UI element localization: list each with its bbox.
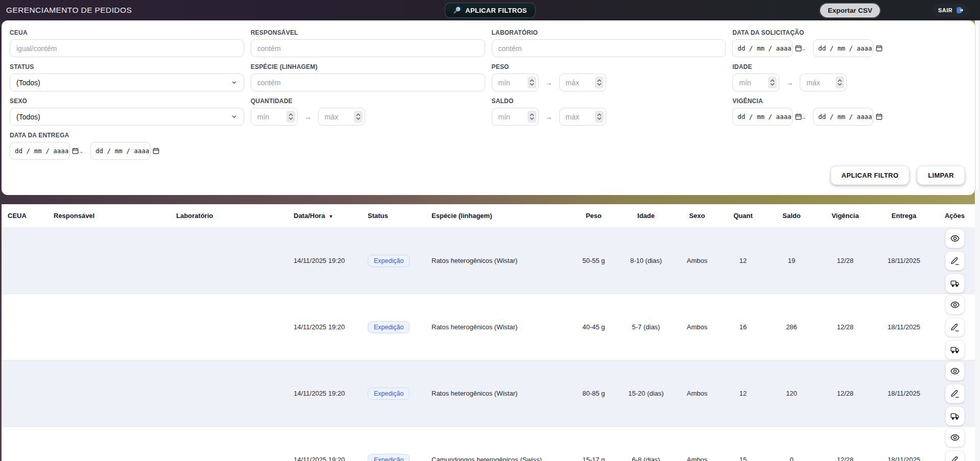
col-responsavel[interactable]: Responsável [54, 212, 176, 220]
cell-entrega: 18/11/2025 [873, 323, 935, 331]
table-row: 14/11/2025 19:20 Expedição Ratos heterog… [2, 294, 975, 360]
responsavel-input[interactable] [251, 39, 485, 57]
chevron-down-icon [231, 79, 237, 86]
col-quant[interactable]: Quant [720, 212, 766, 220]
data-entrega-from-input[interactable]: dd / mm / aaaa [10, 142, 70, 160]
cell-entrega: 18/11/2025 [873, 456, 935, 461]
date-placeholder: dd / mm / aaaa [15, 147, 68, 155]
number-spinner[interactable] [354, 111, 363, 123]
col-saldo[interactable]: Saldo [766, 212, 817, 220]
cell-entrega: 18/11/2025 [873, 257, 935, 264]
ship-order-button[interactable] [945, 340, 965, 359]
eye-icon [950, 432, 960, 443]
col-especie[interactable]: Espécie (linhagem) [432, 212, 569, 220]
pencil-icon [950, 322, 960, 332]
data-entrega-to-input[interactable]: dd / mm / aaaa [90, 142, 151, 160]
filter-laboratorio: LABORATÓRIO [492, 29, 726, 57]
calendar-icon[interactable] [152, 147, 160, 155]
table-body: 14/11/2025 19:20 Expedição Ratos heterog… [2, 228, 975, 461]
ship-order-button[interactable] [945, 274, 965, 293]
col-ceua[interactable]: CEUA [8, 212, 54, 220]
cell-status: Expedição [368, 321, 432, 333]
col-peso[interactable]: Peso [569, 212, 618, 220]
col-idade[interactable]: Idade [618, 212, 674, 220]
number-spinner[interactable] [286, 111, 295, 123]
range-arrow: → [545, 79, 553, 87]
calendar-icon[interactable] [875, 113, 883, 120]
eye-icon [950, 233, 960, 244]
edit-order-button[interactable] [945, 318, 965, 337]
col-sexo[interactable]: Sexo [674, 212, 720, 220]
pencil-icon [950, 389, 960, 399]
view-order-button[interactable] [945, 428, 965, 447]
laboratorio-input[interactable] [492, 39, 726, 57]
edit-order-button[interactable] [945, 384, 965, 403]
filter-quantidade: QUANTIDADE → [251, 98, 485, 126]
scrollbar-thumb[interactable] [975, 23, 979, 192]
data-solicitacao-from-input[interactable]: dd / mm / aaaa [732, 39, 793, 57]
cell-datahora: 14/11/2025 19:20 [294, 456, 368, 461]
col-datahora[interactable]: Data/Hora▼ [294, 212, 368, 220]
page-title: GERENCIAMENTO DE PEDIDOS [6, 6, 132, 15]
export-csv-button[interactable]: Exportar CSV [820, 4, 880, 17]
number-spinner[interactable] [835, 77, 844, 88]
cell-datahora: 14/11/2025 19:20 [294, 257, 368, 264]
ceua-label: CEUA [10, 29, 244, 36]
laboratorio-label: LABORATÓRIO [492, 29, 726, 36]
number-spinner[interactable] [528, 77, 536, 88]
range-arrow: → [77, 147, 84, 155]
orders-table: CEUA Responsável Laboratório Data/Hora▼ … [2, 204, 975, 461]
magnifier-icon [453, 6, 461, 14]
table-row: 14/11/2025 19:20 Expedição Camundongos h… [2, 427, 975, 461]
especie-input[interactable] [251, 74, 485, 91]
truck-icon [950, 411, 960, 421]
cell-idade: 8-10 (dias) [618, 257, 674, 264]
col-status[interactable]: Status [368, 212, 432, 220]
filter-peso: PESO → [492, 63, 726, 91]
view-order-button[interactable] [945, 229, 965, 248]
range-arrow: → [545, 113, 553, 121]
date-placeholder: dd / mm / aaaa [818, 44, 872, 52]
status-label: STATUS [10, 63, 244, 70]
status-select[interactable]: (Todos) [10, 74, 244, 91]
cell-peso: 15-17 g [569, 456, 618, 461]
vigencia-to-input[interactable]: dd / mm / aaaa [813, 108, 873, 126]
cell-peso: 80-85 g [569, 390, 618, 397]
logout-label: SAIR [938, 7, 952, 13]
col-laboratorio[interactable]: Laboratório [176, 212, 294, 220]
col-entrega[interactable]: Entrega [873, 212, 935, 220]
cell-especie: Ratos heterogênicos (Wistar) [432, 257, 569, 264]
vigencia-from-input[interactable]: dd / mm / aaaa [732, 108, 793, 126]
number-spinner[interactable] [595, 111, 604, 123]
view-order-button[interactable] [945, 361, 965, 381]
data-solicitacao-to-input[interactable]: dd / mm / aaaa [813, 39, 873, 57]
ceua-input[interactable] [10, 39, 244, 57]
col-vigencia[interactable]: Vigência [817, 212, 873, 220]
cell-saldo: 0 [766, 456, 817, 461]
filter-vigencia: VIGÊNCIA dd / mm / aaaa → dd / mm / aaaa [732, 98, 967, 126]
cell-entrega: 18/11/2025 [873, 390, 935, 397]
vigencia-label: VIGÊNCIA [732, 98, 967, 105]
range-arrow: → [304, 113, 312, 121]
view-order-button[interactable] [945, 295, 965, 314]
number-spinner[interactable] [528, 111, 536, 123]
clear-filter-button[interactable]: LIMPAR [917, 166, 965, 185]
date-placeholder: dd / mm / aaaa [818, 113, 872, 120]
sexo-select[interactable]: (Todos) [10, 108, 244, 126]
number-spinner[interactable] [768, 77, 777, 88]
apply-filter-button[interactable]: APLICAR FILTRO [831, 166, 910, 185]
edit-order-button[interactable] [945, 450, 965, 461]
apply-filters-toggle-button[interactable]: APLICAR FILTROS [444, 3, 536, 18]
quantidade-label: QUANTIDADE [251, 98, 485, 105]
edit-order-button[interactable] [945, 251, 965, 271]
number-spinner[interactable] [595, 77, 604, 88]
vertical-scrollbar[interactable] [975, 20, 980, 461]
calendar-icon[interactable] [875, 44, 883, 52]
ship-order-button[interactable] [945, 406, 965, 426]
logout-button[interactable]: SAIR [933, 4, 969, 17]
filter-sexo: SEXO (Todos) [10, 98, 244, 126]
cell-saldo: 120 [766, 390, 817, 397]
data-solicitacao-label: DATA DA SOLICITAÇÃO [732, 29, 967, 36]
filter-saldo: SALDO → [492, 98, 726, 126]
saldo-label: SALDO [492, 98, 726, 105]
